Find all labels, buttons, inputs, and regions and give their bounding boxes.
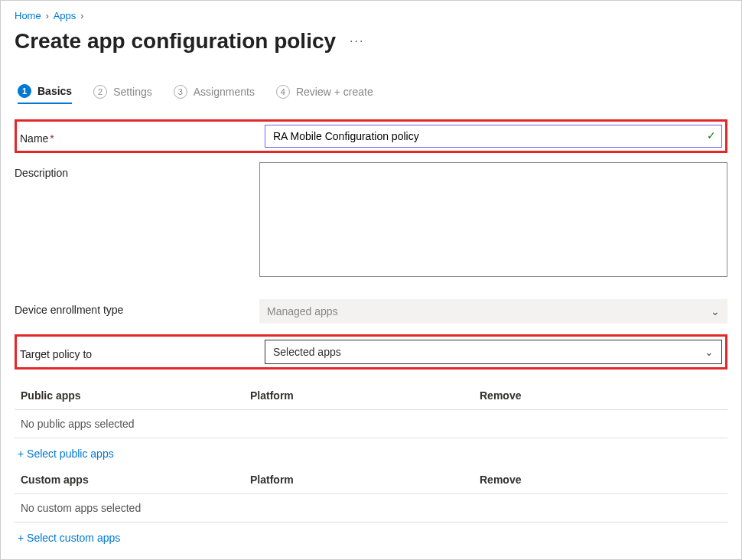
- name-input[interactable]: [265, 125, 722, 148]
- empty-message: No public apps selected: [21, 418, 250, 430]
- step-number-icon: 3: [174, 85, 187, 99]
- target-policy-label: Target policy to: [20, 343, 265, 360]
- chevron-right-icon: ›: [80, 11, 83, 21]
- tab-label: Settings: [113, 86, 152, 98]
- chevron-right-icon: ›: [46, 11, 49, 21]
- select-value: Selected apps: [273, 346, 341, 358]
- breadcrumb-apps[interactable]: Apps: [54, 10, 76, 21]
- tab-label: Basics: [37, 85, 72, 97]
- chevron-down-icon: ⌄: [705, 346, 714, 358]
- breadcrumb: Home › Apps ›: [15, 8, 727, 26]
- step-number-icon: 4: [276, 85, 290, 99]
- required-icon: *: [50, 132, 54, 145]
- chevron-down-icon: ⌄: [711, 305, 720, 317]
- platform-header: Platform: [250, 474, 480, 486]
- target-policy-select[interactable]: Selected apps ⌄: [265, 340, 722, 364]
- empty-message: No custom apps selected: [21, 502, 250, 514]
- select-public-apps-button[interactable]: + Select public apps: [15, 438, 727, 466]
- table-row: No custom apps selected: [15, 494, 727, 523]
- description-input[interactable]: [259, 162, 727, 277]
- enrollment-type-select: Managed apps ⌄: [259, 299, 727, 324]
- public-apps-section: Public apps Platform Remove No public ap…: [15, 382, 727, 466]
- breadcrumb-home[interactable]: Home: [15, 10, 41, 21]
- description-label: Description: [15, 162, 259, 179]
- step-number-icon: 2: [93, 85, 107, 99]
- highlight-name-row: Name* ✓: [15, 119, 727, 153]
- public-apps-header: Public apps: [21, 389, 250, 402]
- wizard-tabs: 1 Basics 2 Settings 3 Assignments 4 Revi…: [15, 84, 727, 104]
- platform-header: Platform: [250, 389, 480, 402]
- tab-label: Review + create: [296, 86, 373, 98]
- step-number-icon: 1: [18, 84, 31, 98]
- tab-assignments[interactable]: 3 Assignments: [174, 85, 255, 103]
- tab-label: Assignments: [194, 86, 255, 98]
- custom-apps-header: Custom apps: [21, 474, 250, 486]
- highlight-target-row: Target policy to Selected apps ⌄: [15, 334, 727, 370]
- table-row: No public apps selected: [15, 410, 727, 438]
- custom-apps-section: Custom apps Platform Remove No custom ap…: [15, 466, 727, 550]
- remove-header: Remove: [480, 389, 721, 402]
- tab-review-create[interactable]: 4 Review + create: [276, 85, 373, 103]
- select-custom-apps-button[interactable]: + Select custom apps: [15, 523, 727, 550]
- checkmark-icon: ✓: [707, 129, 716, 142]
- remove-header: Remove: [480, 474, 721, 486]
- enrollment-type-label: Device enrollment type: [15, 299, 259, 316]
- page-header: Create app configuration policy ···: [15, 26, 727, 84]
- page-title: Create app configuration policy: [15, 29, 336, 54]
- tab-basics[interactable]: 1 Basics: [18, 84, 72, 104]
- name-label: Name*: [20, 128, 265, 145]
- more-actions-icon[interactable]: ···: [350, 34, 364, 48]
- tab-settings[interactable]: 2 Settings: [93, 85, 152, 103]
- select-value: Managed apps: [267, 305, 338, 317]
